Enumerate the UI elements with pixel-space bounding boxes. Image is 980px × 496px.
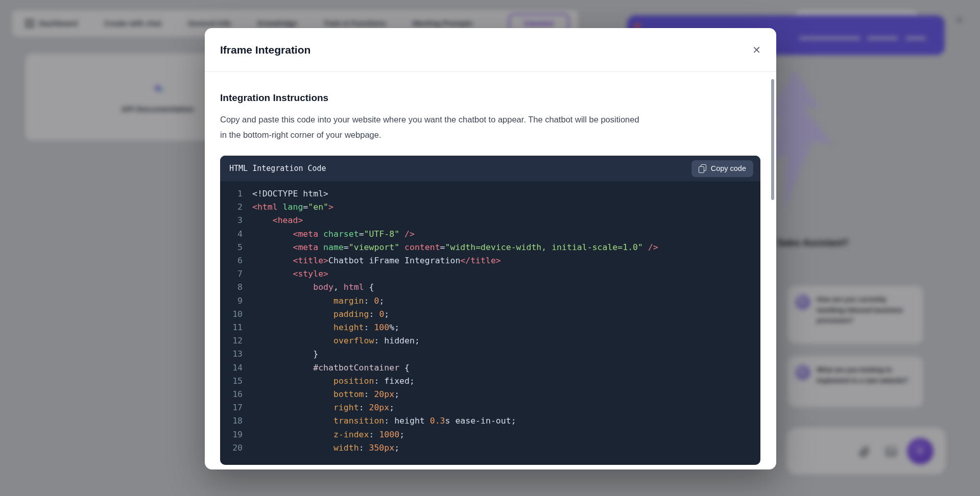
app-root: DashboardCreate with chatGeneral InfoKno… xyxy=(0,0,980,496)
code-line: 2<html lang="en"> xyxy=(220,201,760,214)
code-line: 9 margin: 0; xyxy=(220,294,760,308)
code-line: 8 body, html { xyxy=(220,281,760,294)
code-line: 13 } xyxy=(220,348,760,361)
code-line: 14 #chatbotContainer { xyxy=(220,361,760,375)
code-line: 3 <head> xyxy=(220,214,760,227)
code-line: 20 width: 350px; xyxy=(220,441,760,455)
code-line: 5 <meta name="viewport" content="width=d… xyxy=(220,241,760,254)
code-line: 19 z-index: 1000; xyxy=(220,428,760,441)
code-line: 12 overflow: hidden; xyxy=(220,334,760,348)
modal-scrollbar[interactable] xyxy=(771,79,774,200)
code-line: 1<!DOCTYPE html> xyxy=(220,187,760,201)
code-line: 7 <style> xyxy=(220,267,760,281)
code-line: 15 position: fixed; xyxy=(220,375,760,388)
section-title: Integration Instructions xyxy=(220,92,761,104)
code-lines[interactable]: 1<!DOCTYPE html>2<html lang="en">3 <head… xyxy=(220,181,760,455)
copy-icon xyxy=(699,164,706,173)
code-block-title: HTML Integration Code xyxy=(229,164,326,173)
code-line: 18 transition: height 0.3s ease-in-out; xyxy=(220,414,760,428)
code-line: 10 padding: 0; xyxy=(220,308,760,321)
modal-body: Integration Instructions Copy and paste … xyxy=(205,72,776,465)
code-line: 16 bottom: 20px; xyxy=(220,388,760,401)
copy-code-button[interactable]: Copy code xyxy=(691,160,753,177)
iframe-integration-modal: Iframe Integration ✕ Integration Instruc… xyxy=(205,28,776,469)
section-description: Copy and paste this code into your websi… xyxy=(220,112,644,142)
close-icon[interactable]: ✕ xyxy=(752,45,761,55)
code-block-header: HTML Integration Code Copy code xyxy=(220,156,760,181)
code-line: 11 height: 100%; xyxy=(220,321,760,334)
code-line: 17 right: 20px; xyxy=(220,401,760,414)
copy-code-label: Copy code xyxy=(711,164,746,172)
modal-header: Iframe Integration ✕ xyxy=(205,28,776,72)
code-line: 4 <meta charset="UTF-8" /> xyxy=(220,228,760,241)
code-block: HTML Integration Code Copy code 1<!DOCTY… xyxy=(220,156,760,465)
code-line: 6 <title>Chatbot iFrame Integration</tit… xyxy=(220,254,760,267)
modal-title: Iframe Integration xyxy=(220,44,310,56)
